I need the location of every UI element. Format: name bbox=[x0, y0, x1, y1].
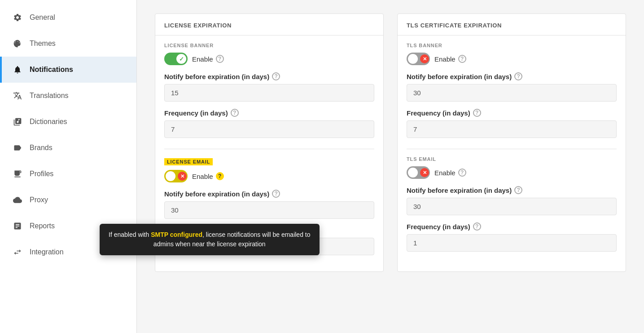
sidebar-item-proxy[interactable]: Proxy bbox=[0, 187, 136, 213]
tls-email-label: TLS EMAIL bbox=[407, 156, 617, 162]
proxy-icon bbox=[13, 195, 22, 205]
gear-icon bbox=[13, 13, 22, 22]
license-email-toggle[interactable]: ✕ bbox=[164, 170, 188, 182]
tooltip-highlight: SMTP configured bbox=[151, 231, 202, 238]
sidebar-item-brands[interactable]: Brands bbox=[0, 135, 136, 161]
tls-email-notify-days-label: Notify before expiration (in days) ? bbox=[407, 186, 617, 194]
tls-email-toggle-row: ✕ Enable ? bbox=[407, 166, 617, 179]
divider-tls bbox=[407, 149, 617, 149]
bell-icon bbox=[13, 65, 22, 75]
license-email-enable-label: Enable ? bbox=[192, 172, 224, 180]
license-email-help-icon[interactable]: ? bbox=[216, 172, 224, 180]
sidebar-item-themes[interactable]: Themes bbox=[0, 31, 136, 57]
sidebar-item-translations-label: Translations bbox=[30, 92, 69, 100]
sidebar-item-themes-label: Themes bbox=[30, 40, 56, 48]
sidebar-item-integration-label: Integration bbox=[30, 248, 64, 256]
tls-email-enable-label: Enable ? bbox=[434, 169, 466, 177]
sidebar-item-general-label: General bbox=[30, 13, 55, 22]
sidebar-item-proxy-label: Proxy bbox=[30, 196, 48, 204]
sidebar-item-dictionaries-label: Dictionaries bbox=[30, 118, 67, 126]
tls-email-notify-days-input[interactable] bbox=[407, 198, 617, 215]
tls-banner-toggle[interactable]: ✕ bbox=[407, 53, 430, 65]
tls-banner-label: TLS BANNER bbox=[407, 43, 617, 48]
themes-icon bbox=[13, 39, 22, 49]
license-notify-days-label: Notify before expiration (in days) ? bbox=[164, 72, 374, 80]
main-content: LICENSE EXPIRATION LICENSE BANNER ✓ Enab… bbox=[137, 0, 644, 333]
sidebar-item-notifications-label: Notifications bbox=[30, 66, 73, 74]
license-expiration-header: LICENSE EXPIRATION bbox=[155, 14, 383, 36]
translations-icon bbox=[13, 91, 22, 101]
license-email-toggle-row: ✕ Enable ? bbox=[164, 170, 374, 182]
tls-notify-days-label: Notify before expiration (in days) ? bbox=[407, 72, 617, 80]
tls-email-toggle[interactable]: ✕ bbox=[407, 166, 430, 179]
license-notify-days-input[interactable] bbox=[164, 84, 374, 102]
tooltip-overlay: If enabled with SMTP configured, license… bbox=[137, 224, 320, 255]
tooltip-box: If enabled with SMTP configured, license… bbox=[137, 224, 320, 255]
tls-notify-days-help-icon[interactable]: ? bbox=[514, 72, 522, 80]
license-notify-days-help-icon[interactable]: ? bbox=[272, 72, 280, 80]
license-banner-label: LICENSE BANNER bbox=[164, 43, 374, 48]
sidebar-item-brands-label: Brands bbox=[30, 144, 53, 152]
tls-email-frequency-input[interactable] bbox=[407, 234, 617, 252]
tls-email-help-icon[interactable]: ? bbox=[458, 169, 466, 177]
sidebar-item-dictionaries[interactable]: Dictionaries bbox=[0, 109, 136, 135]
integration-icon bbox=[13, 247, 22, 257]
license-email-label: LICENSE EMAIL bbox=[164, 158, 213, 165]
brands-icon bbox=[13, 143, 22, 153]
profiles-icon bbox=[13, 169, 22, 179]
license-banner-toggle-row: ✓ Enable ? bbox=[164, 53, 374, 65]
sidebar-item-translations[interactable]: Translations bbox=[0, 83, 136, 109]
sidebar: General Themes Notifications Translation… bbox=[0, 0, 137, 333]
license-frequency-input[interactable] bbox=[164, 120, 374, 138]
tls-email-notify-help-icon[interactable]: ? bbox=[514, 186, 522, 194]
license-email-notify-days-input[interactable] bbox=[164, 201, 374, 219]
sidebar-item-profiles-label: Profiles bbox=[30, 170, 53, 178]
license-banner-toggle[interactable]: ✓ bbox=[164, 53, 188, 65]
reports-icon bbox=[13, 221, 22, 231]
license-email-notify-days-label: Notify before expiration (in days) ? bbox=[164, 190, 374, 198]
tls-expiration-header: TLS CERTIFICATE EXPIRATION bbox=[398, 14, 626, 36]
tls-notify-days-input[interactable] bbox=[407, 84, 617, 102]
sidebar-item-reports-label: Reports bbox=[30, 222, 55, 230]
sidebar-item-general[interactable]: General bbox=[0, 4, 136, 31]
license-frequency-help-icon[interactable]: ? bbox=[231, 109, 239, 117]
license-banner-help-icon[interactable]: ? bbox=[216, 55, 224, 63]
sidebar-item-notifications[interactable]: Notifications bbox=[0, 57, 136, 83]
tls-frequency-input[interactable] bbox=[407, 120, 617, 138]
tls-email-frequency-label: Frequency (in days) ? bbox=[407, 222, 617, 231]
tls-frequency-help-icon[interactable]: ? bbox=[473, 109, 481, 117]
license-frequency-days-label: Frequency (in days) ? bbox=[164, 109, 374, 117]
tls-banner-help-icon[interactable]: ? bbox=[458, 55, 466, 63]
tls-email-frequency-help-icon[interactable]: ? bbox=[473, 222, 481, 231]
tls-banner-toggle-row: ✕ Enable ? bbox=[407, 53, 617, 65]
license-email-notify-days-help-icon[interactable]: ? bbox=[272, 190, 280, 198]
tls-frequency-days-label: Frequency (in days) ? bbox=[407, 109, 617, 117]
tls-banner-enable-label: Enable ? bbox=[434, 55, 466, 63]
tls-expiration-body: TLS BANNER ✕ Enable ? Notify before expi… bbox=[398, 43, 626, 259]
dictionaries-icon bbox=[13, 117, 22, 127]
license-banner-enable-label: Enable ? bbox=[192, 55, 224, 63]
sidebar-item-profiles[interactable]: Profiles bbox=[0, 161, 136, 187]
tls-expiration-column: TLS CERTIFICATE EXPIRATION TLS BANNER ✕ … bbox=[397, 13, 626, 272]
divider-license bbox=[164, 149, 374, 149]
